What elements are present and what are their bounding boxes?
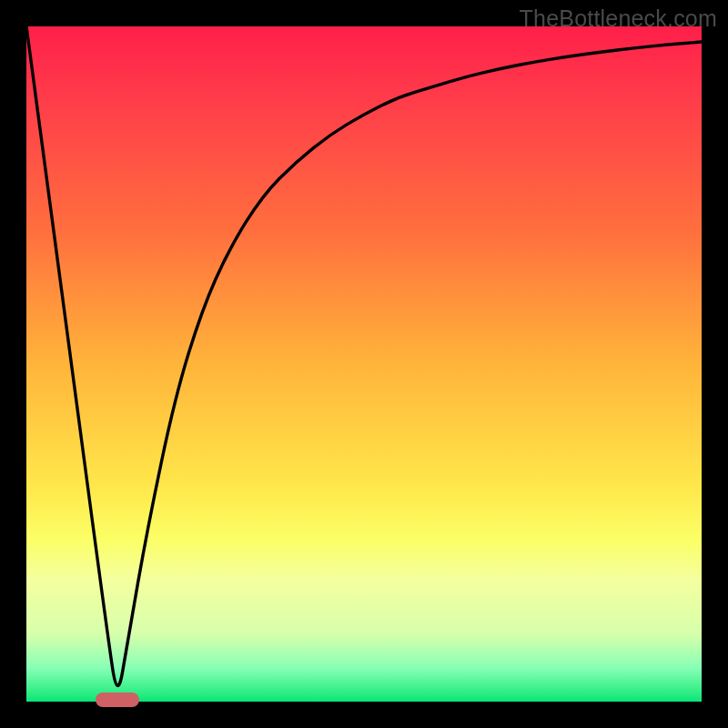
chart-frame: TheBottleneck.com: [0, 0, 728, 728]
plot-area: [26, 26, 702, 702]
curve-path: [26, 26, 702, 685]
bottleneck-marker: [96, 693, 139, 707]
watermark-text: TheBottleneck.com: [520, 5, 717, 32]
curve-svg: [26, 26, 702, 702]
